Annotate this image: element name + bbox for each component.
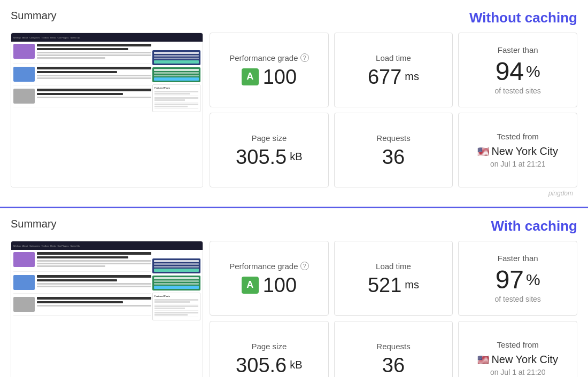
fake-line-6 (37, 97, 151, 98)
fake-post-2a (13, 252, 151, 272)
performance-value-row-1: A 100 (242, 67, 297, 87)
fake-ad-line-1 (154, 55, 199, 57)
fake-post-2 (13, 67, 151, 85)
flag-emoji-1: 🇺🇸 (477, 146, 489, 158)
fake-title-2e (37, 297, 151, 300)
loadtime-value-row-2: 521 ms (368, 275, 419, 295)
requests-value-row-2: 36 (382, 355, 405, 375)
metric-card-pagesize-2: Page size 305.6 kB (210, 321, 329, 377)
section-with-caching: Summary With caching Workup About Catego… (0, 207, 588, 377)
fake-title-2c (37, 275, 151, 278)
fake-post-thumb-2a (13, 252, 35, 267)
fake-line-2b (37, 263, 151, 264)
requests-label-1: Requests (376, 133, 410, 143)
fake-title-2d (37, 279, 117, 281)
fake-post-thumb-2b (13, 275, 35, 290)
fake-ad-btn-2 (154, 77, 199, 81)
fake-ad-title-1 (154, 52, 199, 54)
loadtime-unit-1: ms (405, 70, 419, 83)
metric-card-faster-1: Faster than 94 % of tested sites (458, 33, 577, 107)
fake-post-text-2 (37, 67, 151, 82)
loadtime-value-row-1: 677 ms (368, 67, 419, 87)
metrics-grid-1: Performance grade ? A 100 Load time 677 … (210, 33, 577, 187)
faster-sub-2: of tested sites (494, 295, 540, 303)
nav-link: Speed Up (70, 36, 80, 39)
help-icon-1[interactable]: ? (300, 53, 309, 62)
section-without-caching: Summary Without caching Workup About Cat… (0, 0, 588, 207)
pagesize-unit-1: kB (290, 151, 302, 163)
metric-card-pagesize-1: Page size 305.5 kB (210, 113, 329, 187)
fake-line-2 (37, 54, 151, 56)
tested-city-row-2: 🇺🇸 New York City (477, 354, 558, 366)
performance-label-2: Performance grade ? (229, 262, 308, 271)
fake-sidebar-2: Featured Posts (152, 258, 200, 377)
fake-ad-btn-2a (154, 269, 199, 272)
summary-title-2: Summary (11, 218, 57, 230)
pagesize-value-1: 305.5 (236, 147, 287, 167)
faster-value-row-1: 94 % (496, 59, 540, 84)
fake-title-1 (37, 44, 151, 46)
metric-card-faster-2: Faster than 97 % of tested sites (458, 241, 577, 316)
metric-card-performance-1: Performance grade ? A 100 (210, 33, 329, 107)
fake-line-2e (37, 286, 151, 287)
fake-browser-1: Workup About Categories Toolbox Deals Ou… (11, 33, 203, 187)
grade-badge-2: A (242, 277, 259, 294)
section-heading-1: Without caching (469, 10, 577, 26)
pagesize-label-2: Page size (251, 342, 287, 351)
tested-city-1: New York City (491, 145, 558, 158)
fake-post-text-2c (37, 297, 151, 312)
help-icon-2[interactable]: ? (300, 262, 309, 270)
faster-label-2: Faster than (498, 254, 538, 263)
requests-value-2: 36 (382, 355, 405, 375)
fake-featured-1: Featured Posts (152, 84, 200, 112)
featured-item-2c (154, 312, 198, 317)
fake-ad-title-2 (154, 69, 199, 71)
featured-item-1 (154, 91, 198, 96)
nav-link: Deals (50, 36, 56, 39)
pagesize-label-1: Page size (251, 133, 287, 143)
preview-screenshot-1: Workup About Categories Toolbox Deals Ou… (11, 33, 203, 187)
featured-posts-title-2: Featured Posts (154, 295, 198, 297)
fake-line-2a (37, 260, 151, 262)
loadtime-unit-2: ms (405, 279, 419, 291)
nav-logo-2: Workup (13, 245, 21, 247)
fake-ad-line-2a (154, 263, 199, 265)
faster-unit-1: % (526, 62, 540, 81)
fake-post-thumb-2c (13, 297, 35, 312)
nav-link-2e: Our Plugins (58, 245, 69, 247)
flag-emoji-2: 🇺🇸 (477, 354, 489, 366)
fake-title-4 (37, 71, 117, 73)
faster-unit-2: % (526, 271, 540, 289)
featured-item-2a (154, 299, 198, 304)
fake-ad-btn-1 (154, 60, 199, 64)
tested-label-1: Tested from (497, 132, 538, 141)
pagesize-unit-2: kB (290, 359, 302, 371)
nav-link-2c: Toolbox (42, 245, 49, 247)
fake-ad-line-2b (154, 266, 199, 268)
section-body-1: Workup About Categories Toolbox Deals Ou… (11, 33, 577, 187)
section-header-2: Summary With caching (11, 218, 577, 234)
fake-title-3 (37, 67, 151, 69)
grade-badge-1: A (242, 68, 259, 85)
fake-title-2 (37, 48, 128, 50)
metric-card-tested-1: Tested from 🇺🇸 New York City on Jul 1 at… (458, 113, 577, 187)
loadtime-value-2: 521 (368, 275, 401, 295)
metric-card-requests-1: Requests 36 (334, 113, 453, 187)
metric-card-requests-2: Requests 36 (334, 321, 453, 377)
tested-label-2: Tested from (497, 340, 538, 349)
fake-ad-1 (152, 50, 200, 65)
faster-value-row-2: 97 % (496, 267, 540, 293)
grade-number-2: 100 (263, 275, 297, 295)
tested-city-row-1: 🇺🇸 New York City (477, 145, 558, 158)
fake-ad-2a (152, 258, 200, 273)
faster-sub-1: of tested sites (494, 87, 540, 95)
fake-line-1 (37, 52, 151, 53)
fake-featured-2: Featured Posts (152, 293, 200, 320)
fake-post-thumb-3 (13, 89, 35, 104)
featured-item-2b (154, 305, 198, 311)
nav-link-2b: Categories (29, 245, 40, 247)
fake-post-text-2a (37, 252, 151, 268)
metric-card-performance-2: Performance grade ? A 100 (210, 241, 329, 316)
fake-ad-title-2b (154, 277, 199, 279)
metric-card-loadtime-1: Load time 677 ms (334, 33, 453, 107)
